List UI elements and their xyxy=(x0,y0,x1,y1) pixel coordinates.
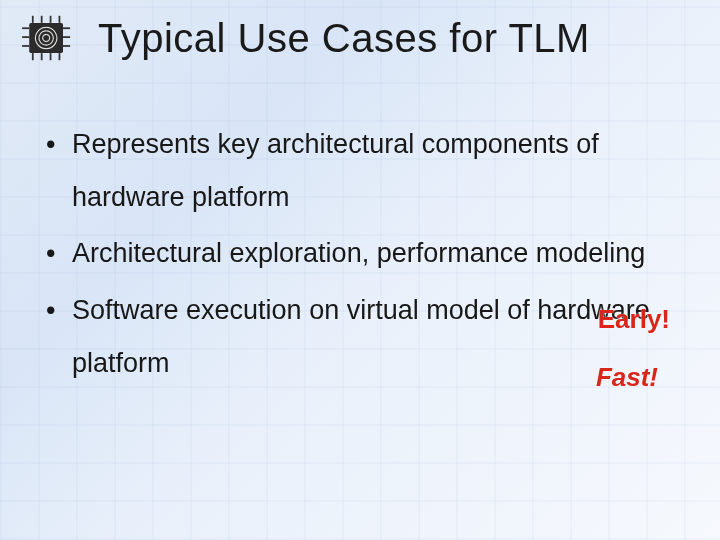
callout-fast: Fast! xyxy=(596,362,658,393)
slide-title: Typical Use Cases for TLM xyxy=(98,16,590,61)
bullet-marker: • xyxy=(46,284,72,389)
bullet-text: Software execution on virtual model of h… xyxy=(72,284,684,389)
slide-body: • Represents key architectural component… xyxy=(46,118,684,393)
title-row: Typical Use Cases for TLM xyxy=(0,14,720,62)
chip-icon xyxy=(18,14,76,62)
slide: Typical Use Cases for TLM • Represents k… xyxy=(0,0,720,540)
bullet-marker: • xyxy=(46,227,72,280)
bullet-marker: • xyxy=(46,118,72,223)
bullet-text: Architectural exploration, performance m… xyxy=(72,227,684,280)
callout-early: Early! xyxy=(598,304,670,335)
bullet-item: • Architectural exploration, performance… xyxy=(46,227,684,280)
bullet-text: Represents key architectural components … xyxy=(72,118,684,223)
bullet-item: • Represents key architectural component… xyxy=(46,118,684,223)
bullet-item: • Software execution on virtual model of… xyxy=(46,284,684,389)
